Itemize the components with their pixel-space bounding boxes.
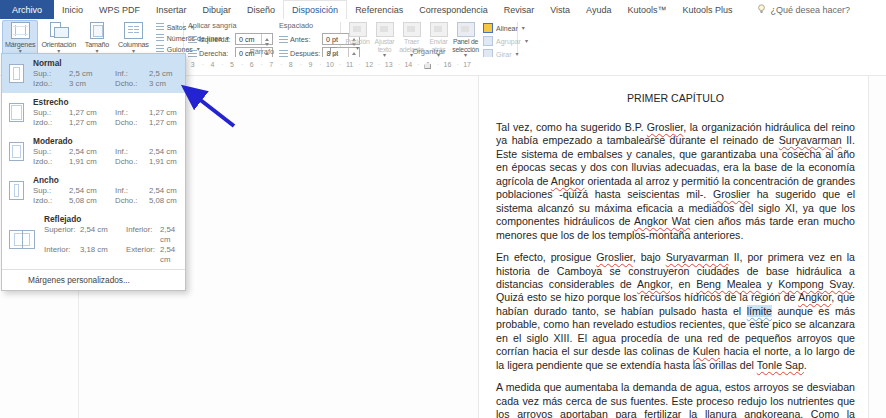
posicion-button[interactable]: Posición ▾ [344,20,371,51]
group-parrafo: Aplicar sangría Izquierda: 0 cm Derecha:… [184,19,340,57]
ruler-number: 7 [261,57,281,73]
misspelled-word: Kompong Svay [778,278,852,290]
tell-me[interactable]: ¿Qué desea hacer? [757,0,851,19]
text-run: En efecto, prosigue [496,251,596,263]
tab-ayuda[interactable]: Ayuda [578,0,619,19]
columnas-button[interactable]: Columnas ▾ [115,20,152,55]
misspelled-word: angkoreana [744,408,800,418]
traer-adelante-button[interactable]: Traer adelante ▾ [398,20,425,58]
tamano-button[interactable]: Tamaño ▾ [79,20,115,55]
misspelled-word: Kulen [693,345,720,357]
ruler-number: 6 [242,57,262,73]
margin-preset-narrow-icon [9,103,24,122]
selection-pane-icon [457,22,475,37]
misspelled-word: Beng Mealea [696,278,761,290]
tab-archivo[interactable]: Archivo [0,0,54,19]
misspelled-word: Groslier [647,121,684,133]
misspelled-word: Angkor [551,175,585,187]
agrupar-button[interactable]: Agrupar ▾ [483,36,528,46]
tab-dibujar[interactable]: Dibujar [195,0,240,19]
send-backward-icon [430,22,448,37]
indent-left-icon [188,36,197,43]
text-run: , bajo [633,251,666,263]
tab-referencias[interactable]: Referencias [347,0,411,19]
position-icon [349,22,367,37]
chevron-down-icon: ▾ [356,46,359,51]
margins-item-reflejado[interactable]: Reflejado Superior:2,54 cmInferior:2,54 … [2,210,185,269]
text-run: , en [670,278,696,290]
indent-marker-icon[interactable] [418,57,438,73]
margins-item-ancho[interactable]: Ancho Sup.:2,54 cmInf.:2,54 cmIzdo.:5,08… [2,171,185,210]
tab-kutools[interactable]: Kutools™ [619,0,674,19]
field-izquierda[interactable]: Izquierda: 0 cm [188,33,273,45]
breaks-icon [156,23,164,31]
custom-margins-item[interactable]: Márgenes personalizados... [2,269,185,290]
tell-me-label: ¿Qué desea hacer? [771,5,851,15]
tab-vista[interactable]: Vista [542,0,578,19]
text-run: y [761,278,778,290]
ruler-number: 12 [359,57,379,73]
tab-kutools-plus[interactable]: Kutools Plus [674,0,740,19]
wrap-text-icon [376,22,394,37]
tab-inicio[interactable]: Inicio [54,0,91,19]
ajustar-texto-button[interactable]: Ajustar texto ▾ [371,20,398,58]
margin-preset-mirrored-icon [9,230,35,249]
ruler-number: 13 [379,57,399,73]
margins-item-moderado[interactable]: Moderado Sup.:2,54 cmInf.:2,54 cmIzdo.:1… [2,132,185,171]
ruler-number: 5 [222,57,242,73]
margins-item-estrecho[interactable]: Estrecho Sup.:1,27 cmInf.:1,27 cmIzdo.:1… [2,93,185,132]
orientacion-button[interactable]: Orientación ▾ [38,20,79,55]
misspelled-word: Tonle Sap [757,359,804,371]
orientation-icon [49,22,68,39]
tab-wps-pdf[interactable]: WPS PDF [91,0,148,19]
ruler-number: 10 [320,57,340,73]
margin-preset-normal-icon [9,64,24,83]
chevron-down-icon: ▾ [522,26,525,31]
misspelled-word: Groslier [596,251,633,263]
ruler-number: 8 [281,57,301,73]
ribbon-tabs: Archivo InicioWPS PDFInsertarDibujarDise… [0,0,886,20]
group-configurar-pagina: Márgenes ▾ Orientación ▾ Tamaño ▾ Column… [0,19,183,57]
misspelled-word: Suryavarman [779,134,842,146]
paragraph: A medida que aumentaba la demanda de agu… [496,381,855,418]
ruler-number: 17 [457,57,477,73]
line-numbers-icon [156,34,164,42]
spinner-arrows-icon[interactable] [261,34,272,44]
indent-right-icon [188,50,197,57]
spacing-after-icon [279,50,288,57]
ruler-number: 11 [340,57,360,73]
margenes-button[interactable]: Márgenes ▾ [2,20,38,55]
paragraph: Tal vez, como ha sugerido B.P. Groslier,… [496,121,855,242]
tab-insertar[interactable]: Insertar [148,0,195,19]
ruler-number: 9 [301,57,321,73]
document-page[interactable]: PRIMER CAPÍTULO Tal vez, como ha sugerid… [478,76,869,418]
margins-dropdown-menu: Normal Sup.:2,5 cmInf.:2,5 cmIzdo.:3 cmD… [1,53,186,291]
misspelled-word: Suryavarman [666,251,729,263]
tab-disposicion[interactable]: Disposición [283,0,347,20]
chevron-down-icon: ▾ [525,39,528,44]
spacing-before-icon [279,36,288,43]
misspelled-word: Groslier [713,188,750,200]
alinear-button[interactable]: Alinear ▾ [483,23,528,33]
value-box[interactable]: 0 cm [235,33,273,45]
tab-revisar[interactable]: Revisar [496,0,543,19]
tab-diseno[interactable]: Diseño [239,0,283,19]
group-icon [483,36,493,46]
margins-icon [11,22,30,39]
size-icon [87,22,106,39]
lightbulb-icon [757,4,766,15]
ruler-number: 16 [438,57,458,73]
tab-list: InicioWPS PDFInsertarDibujarDiseñoDispos… [54,0,740,19]
highlighted-word: límite [747,305,772,317]
misspelled-word: Angkor Wat [634,215,690,227]
enviar-atras-button[interactable]: Enviar atrás ▾ [425,20,452,58]
panel-de-seleccion-button[interactable]: Panel de selección ▾ [452,20,479,58]
paragraph-dialog-launcher-icon[interactable] [330,47,337,54]
ruler-number: 4 [203,57,223,73]
misspelled-word: Angkor [637,278,670,290]
tab-correspondencia[interactable]: Correspondencia [411,0,496,19]
indent-header: Aplicar sangría [188,21,273,30]
text-run: Tal vez, como ha sugerido B.P. [496,121,647,133]
hyphenation-icon [156,45,164,53]
margins-item-normal[interactable]: Normal Sup.:2,5 cmInf.:2,5 cmIzdo.:3 cmD… [2,54,185,93]
